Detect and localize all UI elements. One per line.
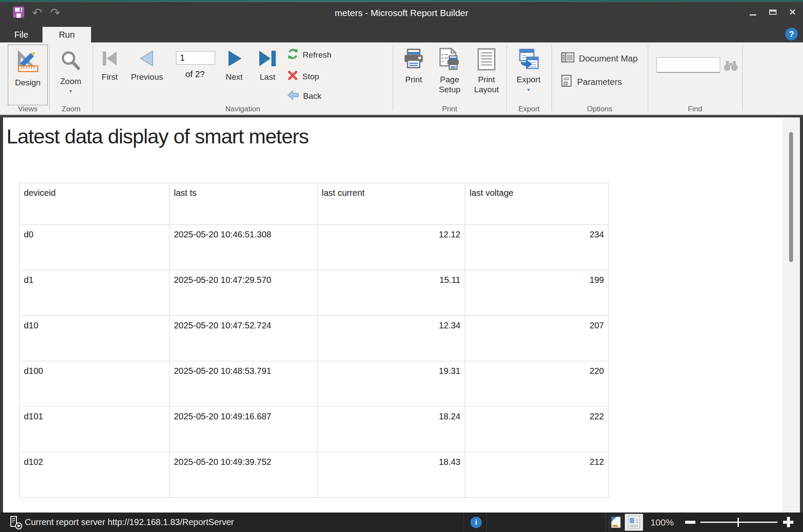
cell-deviceid: d101 <box>20 407 170 452</box>
cell-last-voltage: 207 <box>465 316 609 361</box>
zoom-slider-track[interactable] <box>700 522 777 523</box>
cell-last-ts: 2025-05-20 10:46:51.308 <box>170 225 317 270</box>
table-row: d10 2025-05-20 10:47:52.724 12.34 207 <box>20 316 609 361</box>
stop-button[interactable]: Stop <box>287 70 319 83</box>
zoom-dropdown-icon[interactable]: ▼ <box>69 89 73 94</box>
print-icon <box>402 47 425 72</box>
parameters-toggle[interactable]: @ Parameters <box>561 75 622 89</box>
cell-last-voltage: 220 <box>465 361 609 407</box>
back-button[interactable]: Back <box>287 90 321 102</box>
last-page-icon <box>258 48 277 69</box>
next-page-button[interactable]: Next <box>219 48 249 82</box>
cell-last-current: 18.43 <box>317 452 465 498</box>
window-title: meters - Microsoft Report Builder <box>0 8 803 18</box>
maximize-icon <box>769 10 777 15</box>
cell-deviceid: d0 <box>20 225 170 270</box>
group-separator <box>742 45 743 111</box>
cell-last-ts: 2025-05-20 10:49:16.687 <box>170 407 317 452</box>
export-button[interactable]: Export ▼ <box>510 47 547 92</box>
statusbar-separator <box>605 513 606 532</box>
stop-icon <box>287 70 298 83</box>
print-layout-label: Print Layout <box>468 75 505 95</box>
report-server-icon <box>10 516 23 531</box>
print-label: Print <box>405 75 422 85</box>
table-row: d100 2025-05-20 10:48:53.791 19.31 220 <box>20 361 609 407</box>
cell-last-current: 15.11 <box>317 270 465 316</box>
cell-last-voltage: 234 <box>465 225 609 270</box>
refresh-icon <box>287 48 299 62</box>
next-page-icon <box>225 48 243 69</box>
cell-last-ts: 2025-05-20 10:48:53.791 <box>170 361 317 407</box>
close-button[interactable]: ✕ <box>786 6 800 19</box>
export-dropdown-icon[interactable]: ▼ <box>526 88 531 92</box>
cell-last-current: 19.31 <box>317 361 465 407</box>
column-header-deviceid: deviceid <box>20 183 170 225</box>
page-setup-icon <box>437 47 462 72</box>
parameters-icon: @ <box>561 75 573 89</box>
zoom-level-label: 100% <box>646 513 678 532</box>
group-separator <box>552 45 552 111</box>
report-title: Latest data display of smart meters <box>7 124 308 148</box>
info-icon[interactable]: i <box>470 517 482 528</box>
cell-last-current: 12.12 <box>317 225 465 270</box>
export-icon <box>516 47 541 72</box>
zoom-in-button[interactable] <box>783 517 793 527</box>
zoom-label: Zoom <box>60 77 82 86</box>
cell-last-voltage: 222 <box>465 407 609 452</box>
cell-deviceid: d1 <box>20 270 170 316</box>
report-view-icon <box>611 516 621 528</box>
minimize-button[interactable] <box>746 6 760 19</box>
previous-page-icon <box>138 48 156 69</box>
vertical-scrollbar-thumb[interactable] <box>789 132 793 262</box>
maximize-button[interactable] <box>766 6 780 19</box>
minimize-icon <box>750 14 756 16</box>
refresh-button[interactable]: Refresh <box>287 48 332 62</box>
statusbar-separator <box>464 513 464 532</box>
first-page-icon <box>101 48 118 69</box>
print-layout-view-button[interactable] <box>625 514 643 531</box>
group-label-navigation: Navigation <box>93 105 392 114</box>
print-button[interactable]: Print <box>395 47 432 85</box>
group-separator <box>506 45 507 111</box>
group-separator <box>393 45 393 111</box>
column-header-last-current: last current <box>317 183 465 225</box>
group-separator <box>49 45 49 111</box>
first-page-button[interactable]: First <box>95 48 124 82</box>
cell-last-current: 18.24 <box>317 407 465 452</box>
group-label-options: Options <box>552 105 648 114</box>
report-view-button[interactable] <box>608 515 623 530</box>
zoom-button[interactable]: Zoom ▼ <box>51 45 90 105</box>
cell-deviceid: d10 <box>20 316 170 361</box>
last-page-label: Last <box>260 72 275 82</box>
tab-run[interactable]: Run <box>42 27 91 42</box>
cell-last-voltage: 212 <box>465 452 609 498</box>
export-label: Export <box>517 75 541 85</box>
table-row: d102 2025-05-20 10:49:39.752 18.43 212 <box>20 452 609 498</box>
svg-text:@: @ <box>563 80 568 87</box>
tab-file[interactable]: File <box>4 27 38 42</box>
group-label-find: Find <box>648 105 742 114</box>
design-label: Design <box>15 78 40 88</box>
column-header-last-ts: last ts <box>170 183 317 225</box>
zoom-out-button[interactable] <box>685 521 695 524</box>
zoom-slider-thumb[interactable] <box>738 518 739 527</box>
window-controls: ✕ <box>746 6 800 19</box>
binoculars-icon[interactable] <box>723 60 738 73</box>
table-row: d0 2025-05-20 10:46:51.308 12.12 234 <box>20 225 609 270</box>
page-setup-button[interactable]: Page Setup <box>432 47 467 95</box>
find-input[interactable] <box>656 57 720 73</box>
cell-last-ts: 2025-05-20 10:47:52.724 <box>170 316 317 361</box>
last-page-button[interactable]: Last <box>251 48 284 82</box>
cell-deviceid: d100 <box>20 361 170 407</box>
group-label-views: Views <box>6 105 49 114</box>
document-map-toggle[interactable]: Document Map <box>561 52 638 65</box>
vertical-scrollbar[interactable] <box>783 117 800 513</box>
design-button[interactable]: Design <box>8 45 48 105</box>
report-table: deviceid last ts last current last volta… <box>19 183 609 498</box>
cell-last-voltage: 199 <box>465 270 609 316</box>
previous-page-button[interactable]: Previous <box>126 48 168 82</box>
group-label-zoom: Zoom <box>49 105 93 114</box>
page-number-input[interactable] <box>176 51 215 65</box>
print-layout-button[interactable]: Print Layout <box>468 47 505 95</box>
statusbar-separator <box>486 513 487 532</box>
